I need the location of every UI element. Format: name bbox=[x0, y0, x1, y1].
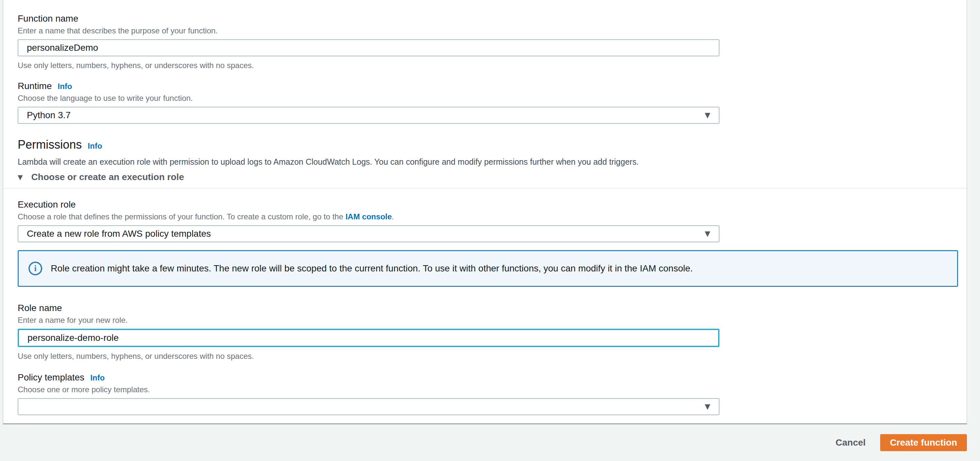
create-function-button[interactable]: Create function bbox=[880, 434, 967, 451]
iam-console-link[interactable]: IAM console bbox=[345, 212, 391, 221]
runtime-select-value: Python 3.7 bbox=[27, 110, 71, 121]
form-footer: Cancel Create function bbox=[0, 424, 980, 461]
permissions-title: Permissions bbox=[18, 137, 82, 153]
execution-role-select[interactable]: Create a new role from AWS policy templa… bbox=[18, 225, 719, 242]
runtime-label: Runtime bbox=[18, 80, 52, 93]
role-name-label: Role name bbox=[18, 302, 967, 314]
role-name-group: Role name Enter a name for your new role… bbox=[18, 302, 967, 362]
execution-role-expander[interactable]: ▼ Choose or create an execution role bbox=[18, 171, 967, 183]
execution-role-description-prefix: Choose a role that defines the permissio… bbox=[18, 212, 345, 221]
dropdown-caret-icon: ▼ bbox=[705, 112, 710, 119]
alert-text: Role creation might take a few minutes. … bbox=[51, 262, 693, 275]
execution-role-description-suffix: . bbox=[392, 212, 394, 221]
info-circle-icon: i bbox=[29, 262, 42, 275]
section-divider bbox=[3, 188, 967, 188]
function-name-label: Function name bbox=[18, 13, 967, 25]
role-creation-alert: i Role creation might take a few minutes… bbox=[18, 250, 958, 287]
policy-templates-description: Choose one or more policy templates. bbox=[18, 384, 967, 395]
policy-templates-group: Policy templates Info Choose one or more… bbox=[18, 371, 967, 415]
runtime-group: Runtime Info Choose the language to use … bbox=[18, 80, 967, 124]
function-name-group: Function name Enter a name that describe… bbox=[18, 13, 967, 71]
execution-role-description: Choose a role that defines the permissio… bbox=[18, 212, 967, 222]
runtime-select[interactable]: Python 3.7 ▼ bbox=[18, 107, 719, 124]
execution-role-select-value: Create a new role from AWS policy templa… bbox=[27, 228, 211, 239]
function-name-input[interactable] bbox=[18, 39, 719, 56]
policy-templates-info-link[interactable]: Info bbox=[90, 373, 105, 383]
execution-role-group: Execution role Choose a role that define… bbox=[18, 198, 967, 242]
execution-role-label: Execution role bbox=[18, 198, 967, 211]
permissions-info-link[interactable]: Info bbox=[88, 142, 102, 151]
runtime-info-link[interactable]: Info bbox=[57, 82, 72, 91]
dropdown-caret-icon: ▼ bbox=[705, 403, 710, 410]
expander-label: Choose or create an execution role bbox=[31, 171, 184, 183]
policy-templates-select[interactable]: ▼ bbox=[18, 398, 719, 415]
create-function-form-card: Function name Enter a name that describe… bbox=[3, 0, 967, 424]
permissions-description: Lambda will create an execution role wit… bbox=[18, 156, 967, 167]
cancel-button[interactable]: Cancel bbox=[829, 434, 872, 452]
function-name-helper: Use only letters, numbers, hyphens, or u… bbox=[18, 60, 967, 71]
policy-templates-label: Policy templates bbox=[18, 371, 84, 384]
permissions-section-heading: Permissions Info bbox=[18, 137, 967, 153]
role-name-helper: Use only letters, numbers, hyphens, or u… bbox=[18, 351, 967, 362]
dropdown-caret-icon: ▼ bbox=[705, 230, 710, 238]
role-name-description: Enter a name for your new role. bbox=[18, 315, 967, 325]
runtime-description: Choose the language to use to write your… bbox=[18, 93, 967, 104]
role-name-input[interactable] bbox=[18, 329, 719, 347]
expander-caret-icon: ▼ bbox=[18, 174, 22, 180]
function-name-description: Enter a name that describes the purpose … bbox=[18, 26, 967, 36]
create-function-page: Function name Enter a name that describe… bbox=[0, 0, 980, 461]
